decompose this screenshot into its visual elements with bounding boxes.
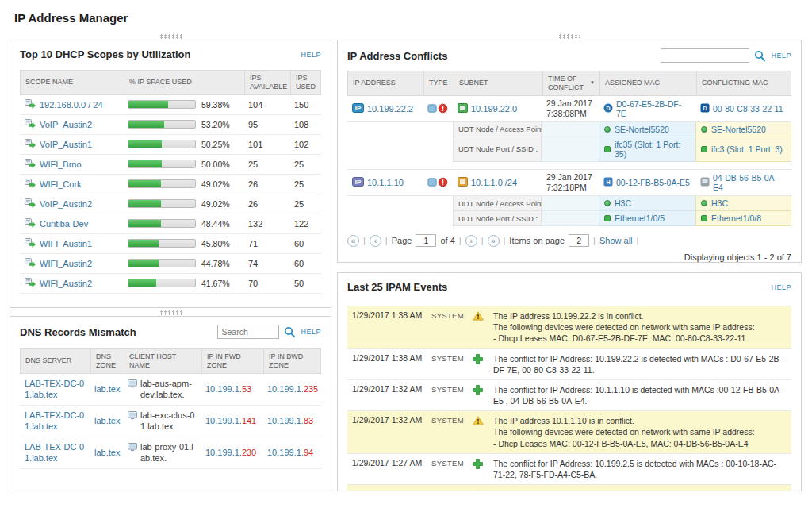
ips-used-value: 50: [289, 277, 321, 290]
assigned-mac-link[interactable]: 00-12-FB-B5-0A-E5: [616, 178, 690, 187]
show-all-link[interactable]: Show all: [599, 236, 633, 245]
ips-used-value: 60: [289, 237, 321, 250]
event-row: 1/29/2017 1:38 AM SYSTEM The IP address …: [347, 306, 791, 349]
scope-name-link[interactable]: WIFI_Cork: [40, 179, 82, 189]
events-panel-title: Last 25 IPAM Events: [347, 281, 447, 293]
dns-server-link[interactable]: LAB-TEX-DC-01.lab.tex: [25, 442, 84, 463]
col-time-of-conflict[interactable]: TIME OF CONFLICT▼: [542, 71, 599, 95]
ips-used-value: 108: [289, 118, 321, 131]
pagination-summary: Displaying objects 1 - 2 of 7: [347, 252, 791, 262]
event-source: SYSTEM: [431, 489, 473, 491]
event-source: SYSTEM: [431, 415, 473, 425]
table-row: WIFI_Brno 50.00% 25 25: [20, 155, 321, 175]
page-number-input[interactable]: [416, 234, 436, 247]
next-page-button[interactable]: ›: [465, 235, 477, 247]
scope-name-link[interactable]: VoIP_Austin2: [40, 120, 92, 129]
scope-name-link[interactable]: VoIP_Austin2: [40, 199, 92, 209]
udt-port-label: UDT Node Port / SSID :: [453, 137, 542, 162]
host-computer-icon: [128, 410, 137, 422]
utilization-percent: 50.25%: [201, 140, 230, 149]
client-host-name: lab-exc-clus-01.lab.tex.: [140, 410, 196, 433]
utilization-bar: [128, 219, 196, 228]
svg-text:D: D: [606, 105, 610, 110]
dns-zone-link[interactable]: lab.tex: [94, 448, 120, 457]
scope-name-link[interactable]: Curitiba-Dev: [40, 219, 88, 229]
assigned-mac-link[interactable]: D0-67-E5-2B-DF-7E: [616, 99, 691, 118]
udt-node-label: UDT Node / Access Point:: [453, 122, 542, 137]
col-client-host-name: CLIENT HOST NAME: [124, 349, 201, 373]
conflicting-mac-link[interactable]: 04-DB-56-B5-0A-E4: [713, 173, 787, 192]
assigned-node-link[interactable]: SE-Nortel5520: [615, 125, 669, 134]
col-subnet[interactable]: SUBNET: [454, 71, 542, 95]
col-ips-used: IPS USED: [290, 71, 320, 94]
ips-available-value: 71: [243, 237, 289, 250]
event-timestamp: 1/29/2017 1:38 AM: [352, 353, 431, 363]
conflicting-node-link[interactable]: H3C: [711, 198, 728, 208]
assigned-port-link[interactable]: ifc35 (Slot: 1 Port: 35): [615, 140, 690, 159]
utilization-bar: [128, 239, 196, 248]
utilization-bar: [128, 140, 196, 148]
help-link[interactable]: HELP: [771, 52, 791, 60]
last-page-button[interactable]: »: [488, 235, 500, 247]
assigned-port-link[interactable]: Ethernet1/0/5: [615, 214, 665, 223]
conflict-time: 29 Jan 2017 7:32:18PM: [542, 170, 599, 195]
utilization-percent: 45.80%: [201, 239, 230, 248]
panel-drag-handle[interactable]: [558, 34, 580, 39]
ipam-events-panel: Last 25 IPAM Events HELP 1/29/2017 1:38 …: [337, 272, 802, 491]
help-link[interactable]: HELP: [301, 328, 321, 336]
col-assigned-mac[interactable]: ASSIGNED MAC: [599, 71, 696, 95]
conflicting-port-link[interactable]: Ethernet1/0/8: [711, 214, 761, 223]
ips-available-value: 25: [243, 158, 289, 171]
conflicting-mac-link[interactable]: 00-80-C8-33-22-11: [713, 104, 783, 114]
items-per-page-label: Items on page: [509, 236, 565, 245]
scope-name-link[interactable]: VoIP_Austin1: [40, 140, 92, 149]
search-input[interactable]: [217, 325, 279, 339]
scope-name-link[interactable]: WIFI_Austin2: [40, 259, 92, 268]
conflict-ip-link[interactable]: 10.199.22.2: [367, 104, 413, 114]
search-icon[interactable]: [754, 50, 766, 62]
svg-text:IP: IP: [355, 105, 362, 112]
warning-icon: [473, 415, 493, 427]
conflicting-node-link[interactable]: SE-Nortel5520: [711, 125, 766, 134]
table-row: WIFI_Cork 49.02% 26 25: [20, 175, 321, 194]
status-up-icon: [604, 126, 611, 133]
col-ip-bwd-zone: IP IN BWD ZONE: [263, 349, 320, 373]
client-host-name: lab-proxy-01.lab.tex.: [140, 441, 196, 464]
conflicts-table-header: IP ADDRESS TYPE SUBNET TIME OF CONFLICT▼…: [347, 71, 791, 96]
conflict-ip-link[interactable]: 10.1.1.10: [367, 178, 404, 187]
svg-text:D: D: [703, 105, 707, 110]
panel-drag-handle[interactable]: [159, 34, 182, 39]
assigned-node-link[interactable]: H3C: [615, 198, 631, 208]
utilization-percent: 44.78%: [201, 259, 230, 268]
dns-server-link[interactable]: LAB-TEX-DC-01.lab.tex: [25, 379, 84, 399]
scope-name-link[interactable]: WIFI_Brno: [40, 160, 82, 169]
subnet-link[interactable]: 10.1.1.0 /24: [471, 178, 517, 187]
warning-icon: [473, 310, 493, 322]
vendor-dlink-icon: D: [700, 103, 710, 114]
conflicting-port-link[interactable]: ifc3 (Slot: 1 Port: 3): [711, 144, 783, 154]
scope-name-link[interactable]: 192.168.0.0 / 24: [40, 100, 103, 110]
event-row: 1/29/2017 1:32 AM SYSTEM The IP address …: [347, 411, 791, 454]
subnet-link[interactable]: 10.199.22.0: [471, 104, 517, 114]
utilization-bar: [128, 120, 196, 129]
dns-zone-link[interactable]: lab.tex: [94, 384, 120, 394]
items-per-page-input[interactable]: [569, 234, 589, 247]
col-type[interactable]: TYPE: [423, 71, 454, 95]
host-computer-icon: [128, 378, 137, 391]
col-dns-zone: DNS ZONE: [90, 349, 124, 373]
col-conflicting-mac[interactable]: CONFLICTING MAC: [696, 71, 791, 95]
ips-available-value: 101: [243, 138, 289, 151]
help-link[interactable]: HELP: [301, 51, 321, 59]
first-page-button[interactable]: «: [347, 235, 359, 247]
col-ip-address[interactable]: IP ADDRESS: [348, 71, 423, 95]
prev-page-button[interactable]: ‹: [370, 235, 381, 247]
table-row: LAB-TEX-DC-01.lab.tex lab.tex lab-proxy-…: [20, 437, 321, 469]
scope-name-link[interactable]: WIFI_Austin1: [40, 239, 92, 248]
dns-zone-link[interactable]: lab.tex: [94, 416, 120, 425]
scope-name-link[interactable]: WIFI_Austin2: [40, 279, 92, 288]
search-input[interactable]: [661, 48, 749, 63]
dns-server-link[interactable]: LAB-TEX-DC-01.lab.tex: [25, 410, 84, 431]
search-icon[interactable]: [284, 326, 296, 338]
help-link[interactable]: HELP: [771, 283, 791, 291]
panel-drag-handle[interactable]: [159, 310, 182, 315]
